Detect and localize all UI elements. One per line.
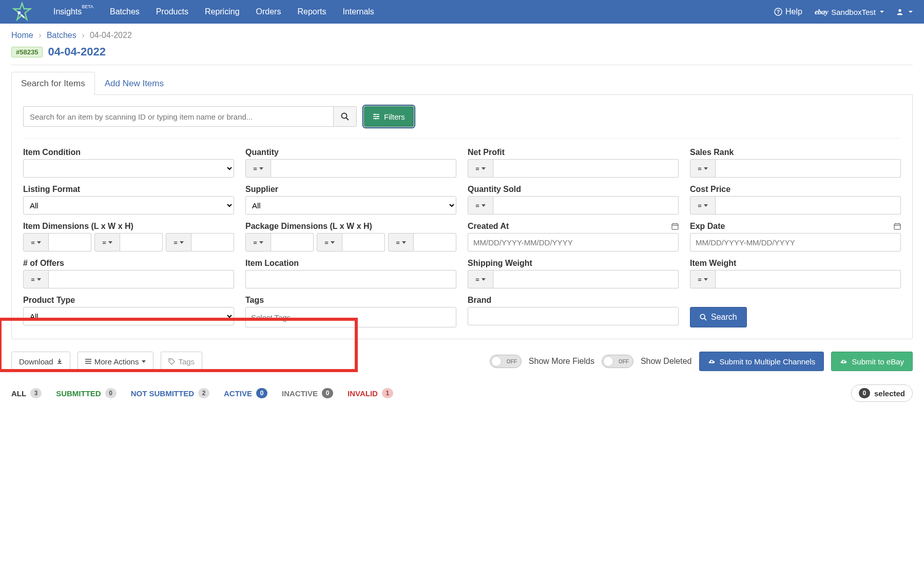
- pkg-dim-l-input[interactable]: [271, 233, 314, 252]
- nav-account-switcher[interactable]: ebay SandboxTest: [815, 8, 884, 16]
- selected-count-pill[interactable]: 0 selected: [851, 384, 913, 402]
- tab-add-new-items[interactable]: Add New Items: [95, 72, 174, 95]
- cost-price-input[interactable]: [716, 196, 901, 215]
- item-search-input[interactable]: [23, 106, 333, 127]
- label-item-dimensions: Item Dimensions (L x W x H): [23, 222, 234, 231]
- brand-input[interactable]: [468, 307, 679, 325]
- quantity-operator[interactable]: =: [245, 159, 271, 178]
- item-condition-select[interactable]: [23, 159, 234, 178]
- item-weight-operator[interactable]: =: [690, 270, 716, 288]
- tags-select[interactable]: [245, 307, 456, 327]
- item-dim-h-input[interactable]: [191, 233, 234, 252]
- quantity-sold-input[interactable]: [493, 196, 679, 215]
- svg-rect-14: [672, 224, 678, 229]
- svg-point-12: [377, 116, 379, 118]
- search-button[interactable]: Search: [690, 307, 747, 327]
- breadcrumb-home[interactable]: Home: [11, 31, 33, 40]
- caret-down-icon: [482, 278, 486, 281]
- status-tab-inactive[interactable]: INACTIVE0: [282, 388, 333, 398]
- status-tab-not-submitted[interactable]: NOT SUBMITTED2: [131, 388, 209, 398]
- svg-point-27: [170, 359, 171, 360]
- pkg-dim-w-operator[interactable]: =: [317, 233, 342, 252]
- sales-rank-input[interactable]: [716, 159, 901, 178]
- svg-point-22: [700, 314, 705, 319]
- shipping-weight-input[interactable]: [493, 270, 679, 288]
- item-weight-input[interactable]: [716, 270, 901, 288]
- search-icon-button[interactable]: [333, 106, 357, 127]
- item-dim-l-operator[interactable]: =: [23, 233, 49, 252]
- breadcrumb-batches[interactable]: Batches: [47, 31, 76, 40]
- app-logo[interactable]: [11, 1, 33, 23]
- offers-operator[interactable]: =: [23, 270, 49, 288]
- supplier-select[interactable]: All: [245, 196, 456, 215]
- item-dim-h-operator[interactable]: =: [166, 233, 191, 252]
- caret-down-icon: [482, 167, 486, 170]
- status-tab-invalid[interactable]: INVALID1: [348, 388, 393, 398]
- item-dim-w-operator[interactable]: =: [94, 233, 120, 252]
- svg-line-7: [346, 118, 349, 121]
- svg-marker-0: [14, 3, 30, 20]
- download-button[interactable]: Download: [11, 352, 70, 371]
- pkg-dim-w-input[interactable]: [342, 233, 385, 252]
- more-actions-button[interactable]: More Actions: [78, 352, 154, 371]
- nav-user-menu[interactable]: [896, 8, 913, 15]
- product-type-select[interactable]: All: [23, 307, 234, 325]
- nav-batches[interactable]: Batches: [110, 7, 140, 16]
- caret-down-icon: [402, 241, 406, 244]
- nav-internals[interactable]: Internals: [342, 7, 374, 16]
- tags-button[interactable]: Tags: [161, 352, 202, 371]
- exp-date-input[interactable]: [690, 233, 901, 252]
- label-sales-rank: Sales Rank: [690, 148, 901, 157]
- shipping-weight-operator[interactable]: =: [468, 270, 493, 288]
- search-panel: Filters Item Condition Quantity = Net Pr…: [11, 95, 913, 339]
- svg-point-13: [375, 118, 377, 120]
- pkg-dim-h-input[interactable]: [414, 233, 456, 252]
- caret-down-icon: [880, 11, 884, 13]
- nav-help[interactable]: ? Help: [774, 7, 802, 16]
- pkg-dim-h-operator[interactable]: =: [388, 233, 414, 252]
- show-more-fields-toggle[interactable]: OFF: [490, 355, 522, 368]
- item-dim-l-input[interactable]: [49, 233, 91, 252]
- tab-search-items[interactable]: Search for Items: [11, 72, 95, 95]
- download-icon: [56, 358, 63, 364]
- nav-reports[interactable]: Reports: [297, 7, 326, 16]
- label-tags: Tags: [245, 296, 456, 305]
- search-icon: [341, 112, 349, 121]
- label-item-weight: Item Weight: [690, 259, 901, 268]
- label-show-more-fields: Show More Fields: [529, 357, 594, 366]
- submit-to-ebay-button[interactable]: Submit to eBay: [831, 352, 913, 371]
- submit-multiple-channels-button[interactable]: Submit to Multiple Channels: [699, 352, 824, 371]
- status-tab-active[interactable]: ACTIVE0: [224, 388, 267, 398]
- nav-orders[interactable]: Orders: [256, 7, 281, 16]
- chevron-right-icon: ›: [38, 31, 41, 40]
- filters-button[interactable]: Filters: [364, 106, 414, 127]
- page-title: 04-04-2022: [48, 45, 106, 59]
- show-deleted-toggle[interactable]: OFF: [602, 355, 633, 368]
- nav-products[interactable]: Products: [156, 7, 188, 16]
- search-icon: [700, 314, 707, 321]
- label-show-deleted: Show Deleted: [641, 357, 692, 366]
- svg-point-5: [898, 9, 901, 12]
- net-profit-operator[interactable]: =: [468, 159, 493, 178]
- net-profit-input[interactable]: [493, 159, 679, 178]
- created-at-input[interactable]: [468, 233, 679, 252]
- svg-point-1: [17, 11, 21, 14]
- nav-repricing[interactable]: Repricing: [205, 7, 240, 16]
- user-icon: [896, 8, 903, 15]
- item-dim-w-input[interactable]: [120, 233, 163, 252]
- status-tab-submitted[interactable]: SUBMITTED0: [56, 388, 117, 398]
- ebay-logo-text: ebay: [815, 8, 828, 16]
- nav-insights[interactable]: InsightsBETA: [53, 7, 93, 16]
- label-quantity-sold: Quantity Sold: [468, 185, 679, 194]
- pkg-dim-l-operator[interactable]: =: [245, 233, 271, 252]
- listing-format-select[interactable]: All: [23, 196, 234, 215]
- status-tab-all[interactable]: ALL3: [11, 388, 42, 398]
- cost-price-operator[interactable]: =: [690, 196, 716, 215]
- item-location-input[interactable]: [245, 270, 456, 288]
- divider: [11, 65, 913, 65]
- quantity-input[interactable]: [271, 159, 456, 178]
- sales-rank-operator[interactable]: =: [690, 159, 716, 178]
- offers-input[interactable]: [49, 270, 234, 288]
- caret-down-icon: [259, 241, 263, 244]
- quantity-sold-operator[interactable]: =: [468, 196, 493, 215]
